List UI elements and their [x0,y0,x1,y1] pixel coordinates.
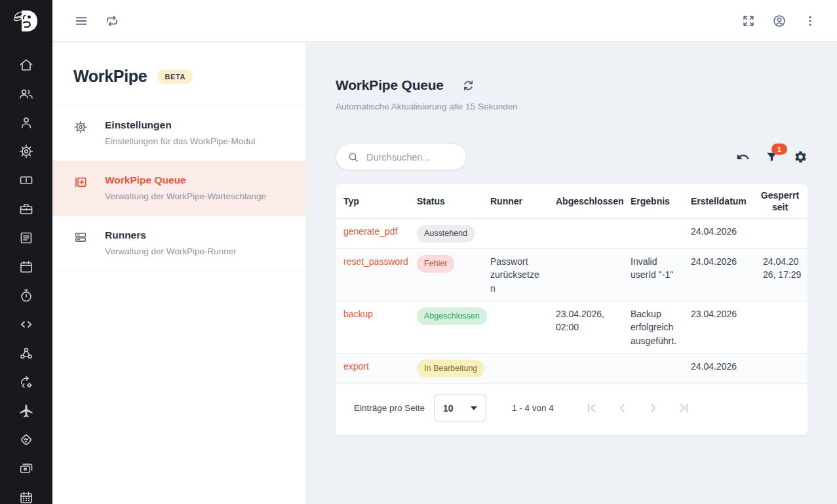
table-row[interactable]: backupAbgeschlossen23.04.2026, 02:00Back… [336,301,808,354]
column-header: Gesperrt seit [755,184,808,219]
code-icon[interactable] [18,317,34,332]
settings-icon [73,120,88,134]
table-row[interactable]: generate_pdfAusstehend24.04.2026 [336,219,808,249]
webhook-icon[interactable] [18,345,34,361]
column-header: Typ [336,184,409,219]
abgeschlossen-cell: 23.04.2026, 02:00 [548,301,623,354]
table-body: generate_pdfAusstehend24.04.2026reset_pa… [336,219,808,384]
menu-icon[interactable] [74,14,88,28]
top-bar [52,0,837,42]
undo-icon[interactable] [736,150,750,164]
runner-cell: Passwort zurücksetzen [482,249,548,301]
column-header: Abgeschlossen [548,184,623,219]
search-input[interactable] [366,152,457,163]
table-toolbar-icons: 1 [736,150,808,164]
home-icon[interactable] [18,57,34,73]
status-cell: Ausstehend [409,219,482,249]
sidebar-nav: EinstellungenEinstellungen für das WorkP… [52,106,305,271]
table-row[interactable]: exportIn Bearbeitung24.04.2026 [336,353,808,383]
filter-count-badge: 1 [771,144,787,155]
runner-cell [482,301,548,354]
gesperrt-seit-cell [755,219,808,249]
abgeschlossen-cell [548,219,623,249]
last-page-button[interactable] [677,401,691,415]
sidebar-item-description: Einstellungen für das WorkPipe-Modul [105,136,255,146]
sidebar-item-description: Verwaltung der WorkPipe-Warteschlange [105,191,266,201]
job-type-link[interactable]: backup [336,301,409,354]
status-badge: Ausstehend [417,225,475,242]
sidebar-item-label: Runners [105,229,237,241]
status-badge: In Bearbeitung [417,360,484,378]
erstelldatum-cell: 24.04.2026 [683,353,755,383]
ergebnis-cell [623,353,683,383]
gesperrt-seit-cell: 24.04.2026, 17:29 [755,249,808,301]
module-sidebar: WorkPipe BETA EinstellungenEinstellungen… [52,43,305,504]
status-cell: In Bearbeitung [409,353,482,383]
ticket-icon[interactable] [18,172,34,188]
search-box [336,144,467,170]
column-header: Ergebnis [623,184,683,219]
queue-table: TypStatusRunnerAbgeschlossenErgebnisErst… [336,184,808,384]
sidebar-item-description: Verwaltung der WorkPipe-Runner [105,246,237,256]
refresh-button[interactable] [461,79,475,92]
beta-badge: BETA [157,69,193,84]
runners-icon [73,230,88,244]
sidebar-item-workpipe-queue[interactable]: WorkPipe QueueVerwaltung der WorkPipe-Wa… [52,161,305,216]
article-icon[interactable] [18,230,34,246]
job-type-link[interactable]: generate_pdf [336,219,409,249]
group-icon[interactable] [18,86,34,102]
status-badge: Abgeschlossen [417,307,487,325]
status-cell: Abgeschlossen [409,301,482,354]
handshake-icon[interactable] [18,432,34,448]
sidebar-item-einstellungen[interactable]: EinstellungenEinstellungen für das WorkP… [52,106,305,161]
app-logo[interactable] [0,0,52,42]
topbar-left-icons [74,14,119,28]
gesperrt-seit-cell [755,301,808,354]
table-row[interactable]: reset_passwordFehlerPasswort zurücksetze… [336,249,808,301]
filter-icon[interactable]: 1 [765,150,779,164]
briefcase-icon[interactable] [18,201,34,217]
column-header: Status [409,184,482,219]
per-page-select[interactable]: 10 [434,395,486,421]
caret-down-icon [471,406,477,410]
payments-icon[interactable] [18,461,34,476]
sidebar-item-runners[interactable]: RunnersVerwaltung der WorkPipe-Runner [52,216,305,271]
ergebnis-cell [623,219,683,249]
abgeschlossen-cell [548,353,623,383]
queue-table-card: TypStatusRunnerAbgeschlossenErgebnisErst… [336,184,808,435]
module-title: WorkPipe [73,67,147,86]
settings-icon[interactable] [18,144,34,159]
automation-icon[interactable] [18,374,34,390]
fullscreen-icon[interactable] [741,14,756,28]
job-type-link[interactable]: export [336,353,409,383]
more-vert-icon[interactable] [803,14,817,28]
next-page-button[interactable] [646,401,660,415]
auto-refresh-note: Automatische Aktualisierung alle 15 Seku… [336,102,808,111]
search-icon [347,151,360,164]
calendar-icon[interactable] [18,259,34,275]
pagination-bar: Einträge pro Seite 10 1 - 4 von 4 [336,384,808,435]
compare-arrows-icon[interactable] [105,14,119,28]
column-header: Runner [482,184,548,219]
ergebnis-cell: Backup erfolgreich ausgeführt. [623,301,683,354]
erstelldatum-cell: 23.04.2026 [683,301,755,354]
person-icon[interactable] [18,115,34,130]
per-page-value: 10 [443,403,454,414]
first-page-button[interactable] [585,401,598,415]
account-icon[interactable] [772,14,787,28]
flight-icon[interactable] [18,403,34,419]
logo-bee-d-icon [12,7,41,35]
settings-icon[interactable] [794,150,808,164]
erstelldatum-cell: 24.04.2026 [683,249,755,301]
schedule-icon[interactable] [18,490,34,504]
sidebar-item-label: WorkPipe Queue [105,174,266,186]
prev-page-button[interactable] [615,401,629,415]
pagination-controls [585,401,691,415]
abgeschlossen-cell [548,249,623,301]
pagination-range: 1 - 4 von 4 [512,403,554,413]
icon-rail [0,0,52,504]
runner-cell [482,219,548,249]
job-type-link[interactable]: reset_password [336,249,409,301]
timer-icon[interactable] [18,288,34,303]
main-content: WorkPipe Queue Automatische Aktualisieru… [305,43,837,504]
